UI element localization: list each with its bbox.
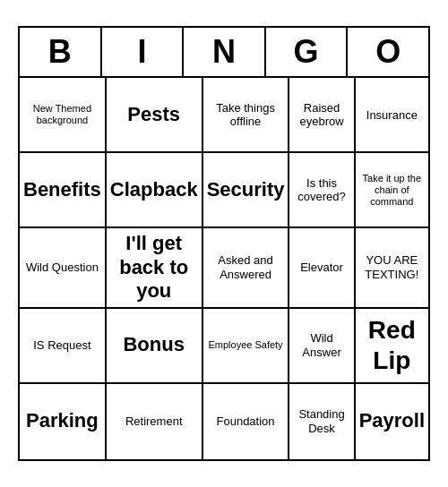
bingo-cell-23: Standing Desk bbox=[289, 384, 355, 459]
header-letter-o: O bbox=[348, 28, 428, 78]
bingo-card: BINGO New Themed backgroundPestsTake thi… bbox=[18, 26, 430, 460]
bingo-cell-3: Raised eyebrow bbox=[289, 78, 355, 153]
header-letter-i: I bbox=[102, 28, 185, 78]
header-letter-b: B bbox=[20, 28, 102, 78]
bingo-cell-16: Bonus bbox=[107, 309, 203, 384]
bingo-cell-5: Benefits bbox=[20, 153, 107, 228]
bingo-cell-24: Payroll bbox=[356, 384, 428, 459]
bingo-cell-8: Is this covered? bbox=[289, 153, 355, 228]
bingo-cell-11: I'll get back to you bbox=[107, 228, 203, 308]
bingo-cell-20: Parking bbox=[20, 384, 107, 459]
bingo-grid: New Themed backgroundPestsTake things of… bbox=[20, 78, 428, 458]
bingo-cell-17: Employee Safety bbox=[203, 309, 290, 384]
header-letter-g: G bbox=[266, 28, 349, 78]
bingo-cell-18: Wild Answer bbox=[289, 309, 355, 384]
bingo-cell-7: Security bbox=[203, 153, 290, 228]
bingo-cell-4: Insurance bbox=[356, 78, 428, 153]
bingo-header: BINGO bbox=[20, 28, 428, 78]
bingo-cell-14: YOU ARE TEXTING! bbox=[356, 228, 428, 308]
bingo-cell-1: Pests bbox=[107, 78, 203, 153]
bingo-cell-15: IS Request bbox=[20, 309, 107, 384]
bingo-cell-22: Foundation bbox=[203, 384, 290, 459]
bingo-cell-0: New Themed background bbox=[20, 78, 107, 153]
bingo-cell-13: Elevator bbox=[289, 228, 355, 308]
bingo-cell-10: Wild Question bbox=[20, 228, 107, 308]
bingo-cell-9: Take it up the chain of command bbox=[356, 153, 428, 228]
bingo-cell-12: Asked and Answered bbox=[203, 228, 290, 308]
bingo-cell-6: Clapback bbox=[107, 153, 203, 228]
header-letter-n: N bbox=[184, 28, 266, 78]
bingo-cell-2: Take things offline bbox=[203, 78, 290, 153]
bingo-cell-19: Red Lip bbox=[356, 309, 428, 384]
bingo-cell-21: Retirement bbox=[107, 384, 203, 459]
